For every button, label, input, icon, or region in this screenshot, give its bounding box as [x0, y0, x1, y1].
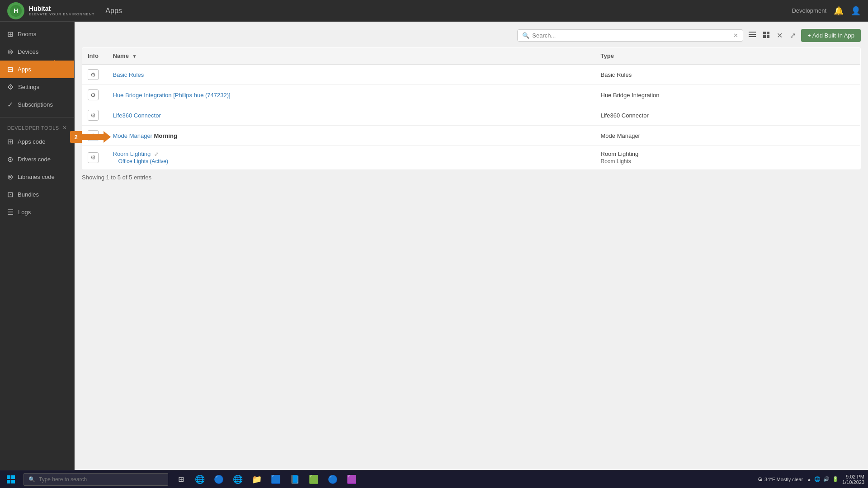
network-icon[interactable]: 🌐: [814, 476, 821, 482]
taskbar-app5[interactable]: 🟪: [343, 470, 361, 488]
sidebar-item-apps-code[interactable]: ⊞ Apps code: [0, 133, 74, 150]
start-button[interactable]: [0, 470, 22, 488]
logo-title: Hubitat: [29, 5, 94, 12]
info-icon-life360[interactable]: ⚙: [88, 110, 99, 121]
sidebar-subscriptions-label: Subscriptions: [18, 101, 53, 108]
list-view-button[interactable]: [747, 30, 758, 42]
expand-view-button[interactable]: ⤢: [788, 29, 797, 42]
cell-info: ⚙: [82, 64, 108, 85]
arrow-1-body: [42, 62, 54, 68]
sidebar-item-subscriptions[interactable]: ✓ Subscriptions: [0, 96, 74, 113]
search-input[interactable]: [532, 32, 731, 39]
col-info: Info: [82, 48, 108, 65]
taskbar-search-input[interactable]: [39, 476, 163, 483]
taskbar-edge[interactable]: 🌐: [191, 470, 209, 488]
page-wrapper: H Hubitat ELEVATE YOUR ENVIRONMENT Apps …: [0, 0, 868, 488]
arrow-annotation-1: [42, 60, 61, 70]
entries-info: Showing 1 to 5 of 5 entries: [82, 174, 861, 181]
link-room-lighting[interactable]: Room Lighting: [113, 150, 151, 157]
sidebar-devices-label: Devices: [18, 48, 38, 55]
devices-icon: ⊛: [7, 47, 13, 56]
bundles-icon: ⊡: [7, 190, 13, 199]
svg-rect-7: [763, 35, 766, 38]
sidebar-item-rooms[interactable]: ⊞ Rooms: [0, 25, 74, 43]
info-icon-hue[interactable]: ⚙: [88, 89, 99, 100]
sidebar-item-settings[interactable]: ⚙ Settings: [0, 78, 74, 96]
dev-section-collapse[interactable]: ✕: [62, 125, 67, 131]
taskbar-app1[interactable]: 🟦: [267, 470, 285, 488]
dev-section-label: Developer tools ✕: [0, 121, 74, 133]
taskbar-search-icon: 🔍: [28, 476, 35, 483]
expand-room-lighting-icon[interactable]: ⤢: [154, 151, 159, 157]
search-clear-icon[interactable]: ✕: [733, 32, 738, 39]
svg-rect-2: [749, 32, 756, 33]
link-life360[interactable]: Life360 Connector: [113, 112, 161, 119]
notification-icon[interactable]: 🔔: [834, 6, 844, 16]
table-header: Info Name ▼ Type: [82, 48, 861, 65]
speaker-icon[interactable]: 🔊: [823, 476, 830, 482]
taskbar-app3[interactable]: 🟩: [305, 470, 323, 488]
taskbar-task-view[interactable]: ⊞: [172, 470, 190, 488]
sidebar-item-logs[interactable]: ☰ Logs: [0, 203, 74, 221]
sidebar-bundles-label: Bundles: [18, 191, 39, 198]
logo-area: H Hubitat ELEVATE YOUR ENVIRONMENT: [7, 2, 94, 19]
taskbar-app2[interactable]: 📘: [286, 470, 304, 488]
link-hue[interactable]: Hue Bridge Integration [Philips hue (747…: [113, 92, 231, 99]
sidebar-item-apps[interactable]: ⊟ Apps: [0, 61, 74, 78]
cell-name-hue: Hue Bridge Integration [Philips hue (747…: [108, 85, 595, 105]
cell-name-mode-manager: Mode Manager Morning: [108, 126, 595, 146]
logs-icon: ☰: [7, 208, 14, 216]
sidebar-item-devices[interactable]: ⊛ Devices: [0, 43, 74, 61]
sidebar-item-libraries-code[interactable]: ⊗ Libraries code: [0, 168, 74, 186]
info-icon-basic-rules[interactable]: ⚙: [88, 69, 99, 80]
table-row: ⚙ Room Lighting ⤢ Office Lights (Active)…: [82, 146, 861, 169]
arrow-2-body: [82, 134, 104, 140]
close-view-button[interactable]: ✕: [775, 29, 784, 42]
sidebar-item-bundles[interactable]: ⊡ Bundles: [0, 186, 74, 203]
main-layout: ⊞ Rooms ⊛ Devices ⊟ Apps ⚙ Settings ✓ Su…: [0, 22, 868, 470]
apps-table: Info Name ▼ Type ⚙: [82, 47, 861, 169]
svg-rect-5: [763, 32, 766, 34]
link-office-lights[interactable]: Office Lights (Active): [113, 158, 590, 164]
taskbar-explorer[interactable]: 📁: [248, 470, 266, 488]
col-name[interactable]: Name ▼: [108, 48, 595, 65]
cell-type-mode-manager: Mode Manager: [595, 126, 861, 146]
sidebar: ⊞ Rooms ⊛ Devices ⊟ Apps ⚙ Settings ✓ Su…: [0, 22, 75, 470]
table-row: ⚙ Basic Rules Basic Rules: [82, 64, 861, 85]
type-office-lights: Room Lights: [601, 158, 855, 164]
add-builtin-button[interactable]: + Add Built-In App: [801, 29, 861, 42]
svg-rect-10: [11, 475, 15, 479]
grid-view-button[interactable]: [761, 30, 771, 42]
arrow-badge: 2: [70, 131, 82, 143]
taskbar-weather: 🌤 34°F Mostly clear: [758, 477, 803, 482]
taskbar-sys-icons: ▲ 🌐 🔊 🔋: [807, 476, 839, 482]
libraries-code-icon: ⊗: [7, 173, 13, 181]
settings-icon: ⚙: [7, 83, 14, 91]
svg-rect-3: [749, 34, 756, 35]
dev-label: Development: [792, 7, 826, 14]
sidebar-libraries-code-label: Libraries code: [18, 174, 55, 180]
arrow-annotation-2: 2: [70, 131, 111, 143]
info-icon-room-lighting[interactable]: ⚙: [88, 152, 99, 163]
subscriptions-icon: ✓: [7, 100, 13, 109]
taskbar: 🔍 ⊞ 🌐 🔵 🌐 📁 🟦 📘 🟩 🔵 🟪 🌤 34°F Mostly clea…: [0, 470, 868, 488]
col-type: Type: [595, 48, 861, 65]
cell-info: ⚙: [82, 85, 108, 105]
link-basic-rules[interactable]: Basic Rules: [113, 71, 144, 78]
sidebar-rooms-label: Rooms: [18, 31, 36, 38]
svg-rect-4: [749, 36, 756, 37]
taskbar-ie[interactable]: 🌐: [229, 470, 247, 488]
drivers-code-icon: ⊛: [7, 155, 13, 164]
taskbar-chrome[interactable]: 🔵: [210, 470, 228, 488]
time-display: 9:02 PM: [846, 474, 864, 479]
top-header: H Hubitat ELEVATE YOUR ENVIRONMENT Apps …: [0, 0, 868, 22]
link-mode-manager[interactable]: Mode Manager: [113, 132, 152, 139]
system-tray-up[interactable]: ▲: [807, 477, 811, 482]
sidebar-item-drivers-code[interactable]: ⊛ Drivers code: [0, 150, 74, 168]
taskbar-app4[interactable]: 🔵: [324, 470, 342, 488]
apps-icon: ⊟: [7, 65, 13, 74]
sort-arrow: ▼: [132, 54, 137, 59]
user-icon[interactable]: 👤: [851, 6, 861, 16]
battery-icon[interactable]: 🔋: [832, 476, 839, 482]
sidebar-settings-label: Settings: [18, 84, 39, 90]
